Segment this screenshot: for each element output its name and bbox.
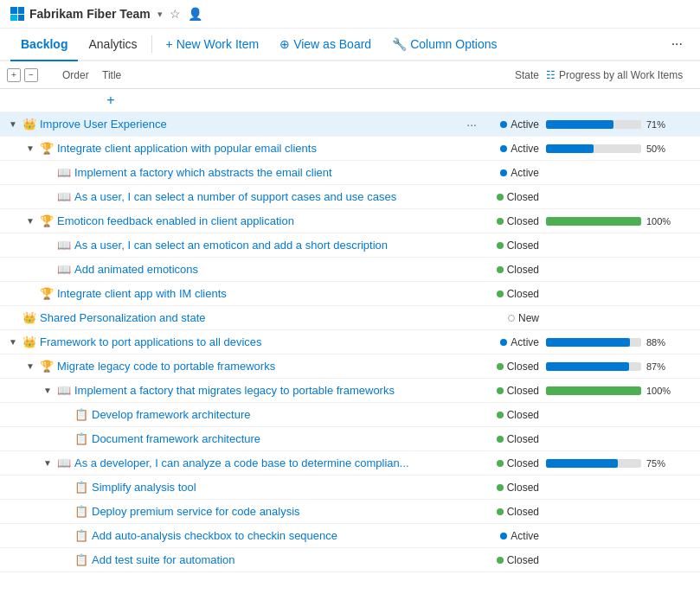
row-left: ▶ 📖 As a user, I can select an emoticon …	[7, 239, 477, 252]
row-left: ▶ 📋 Add test suite for automation	[7, 553, 477, 566]
row-more-options[interactable]: ···	[466, 118, 477, 131]
col-title-header: Title	[102, 69, 477, 81]
favorite-star-icon[interactable]: ☆	[170, 7, 181, 21]
row-title[interactable]: Add auto-analysis checkbox to checkin se…	[92, 529, 477, 542]
work-items-list: ▼ 👑 Improve User Experience ··· Active 7…	[0, 112, 700, 572]
row-title[interactable]: Deploy premium service for code analysis	[92, 505, 477, 518]
progress-bar-fill	[546, 386, 641, 395]
row-title[interactable]: Shared Personalization and state	[40, 311, 477, 324]
state-label: Closed	[507, 215, 539, 227]
collapse-all-button[interactable]: −	[24, 68, 38, 82]
row-state: Active	[477, 530, 546, 542]
row-expand-icon[interactable]: ▼	[42, 458, 54, 468]
row-progress: 100%	[546, 386, 693, 396]
row-left: ▶ 📋 Simplify analysis tool	[7, 481, 477, 494]
row-left: ▼ 📖 As a developer, I can analyze a code…	[7, 456, 477, 469]
row-title[interactable]: As a developer, I can analyze a code bas…	[74, 456, 477, 469]
nav-backlog[interactable]: Backlog	[10, 29, 78, 61]
table-row: ▼ 🏆 Migrate legacy code to portable fram…	[0, 354, 700, 379]
row-type-icon: 📋	[74, 529, 88, 542]
progress-header-icon: ☷	[546, 69, 556, 81]
row-expand-icon[interactable]: ▼	[24, 361, 36, 371]
column-options-button[interactable]: 🔧 Column Options	[382, 30, 507, 58]
row-title[interactable]: Integrate client app with IM clients	[57, 287, 477, 300]
row-title[interactable]: Improve User Experience	[40, 118, 459, 131]
state-dot-icon	[497, 436, 504, 443]
row-title[interactable]: Emoticon feedback enabled in client appl…	[57, 214, 477, 227]
state-label: Closed	[507, 457, 539, 469]
row-state: Closed	[477, 215, 546, 227]
more-options-button[interactable]: ···	[665, 29, 690, 59]
progress-bar-track	[546, 144, 641, 153]
state-dot-icon	[500, 533, 507, 539]
row-state: Closed	[477, 554, 546, 566]
row-type-icon: 👑	[22, 118, 36, 131]
state-dot-icon	[500, 339, 507, 346]
row-expand-icon[interactable]: ▼	[24, 216, 36, 226]
row-expand-icon[interactable]: ▼	[42, 386, 54, 395]
row-state: Closed	[477, 506, 546, 518]
row-left: ▼ 🏆 Emoticon feedback enabled in client …	[7, 214, 477, 227]
row-title[interactable]: Develop framework architecture	[92, 408, 477, 421]
state-label: Closed	[507, 264, 539, 276]
state-dot-icon	[497, 508, 504, 515]
row-title[interactable]: As a user, I can select an emoticon and …	[74, 239, 477, 252]
new-work-item-button[interactable]: + New Work Item	[156, 30, 270, 58]
state-label: Closed	[507, 506, 539, 518]
state-dot-icon	[497, 484, 504, 491]
state-label: Active	[511, 118, 539, 131]
state-dot-icon	[497, 266, 504, 273]
progress-bar-track	[546, 386, 641, 395]
table-row: ▶ 📋 Simplify analysis tool Closed	[0, 476, 700, 500]
progress-bar-track	[546, 217, 641, 226]
row-expand-icon[interactable]: ▼	[7, 119, 19, 129]
row-left: ▼ 📖 Implement a factory that migrates le…	[7, 384, 477, 397]
state-dot-icon	[497, 194, 504, 201]
row-title[interactable]: Add animated emoticons	[74, 263, 477, 276]
row-title[interactable]: As a user, I can select a number of supp…	[74, 190, 477, 203]
row-title[interactable]: Migrate legacy code to portable framewor…	[57, 360, 477, 373]
team-chevron-icon[interactable]: ▾	[157, 9, 163, 20]
row-type-icon: 👑	[22, 311, 36, 324]
row-title[interactable]: Add test suite for automation	[92, 553, 477, 566]
table-row: ▶ 👑 Shared Personalization and state New	[0, 306, 700, 330]
view-as-board-button[interactable]: ⊕ View as Board	[269, 30, 382, 58]
row-title[interactable]: Framework to port applications to all de…	[40, 335, 477, 348]
row-title[interactable]: Document framework architecture	[92, 432, 477, 445]
person-icon[interactable]: 👤	[188, 7, 202, 21]
row-progress: 88%	[546, 337, 693, 348]
nav-analytics[interactable]: Analytics	[78, 29, 147, 60]
row-progress: 87%	[546, 361, 693, 372]
row-type-icon: 📖	[57, 166, 71, 179]
row-expand-icon[interactable]: ▼	[24, 144, 36, 153]
table-row: ▼ 📖 Implement a factory that migrates le…	[0, 379, 700, 403]
row-type-icon: 📖	[57, 384, 71, 397]
row-title[interactable]: Implement a factory which abstracts the …	[74, 166, 477, 179]
expand-all-button[interactable]: +	[7, 68, 21, 82]
state-dot-icon	[508, 315, 515, 322]
state-dot-icon	[497, 218, 504, 225]
add-item-button[interactable]: +	[102, 93, 119, 108]
row-state: Closed	[477, 409, 546, 421]
row-left: ▶ 📖 Add animated emoticons	[7, 263, 477, 276]
row-title[interactable]: Implement a factory that migrates legacy…	[74, 384, 477, 397]
row-type-icon: 🏆	[40, 360, 54, 373]
row-state: Closed	[477, 239, 546, 252]
table-row: ▼ 🏆 Integrate client application with po…	[0, 137, 700, 161]
state-label: Closed	[507, 239, 539, 252]
state-label: New	[518, 312, 539, 324]
row-type-icon: 🏆	[40, 287, 54, 300]
state-dot-icon	[497, 290, 504, 297]
progress-bar-track	[546, 338, 641, 347]
row-type-icon: 🏆	[40, 142, 54, 155]
row-type-icon: 📖	[57, 190, 71, 203]
row-title[interactable]: Simplify analysis tool	[92, 481, 477, 494]
row-state: Active	[477, 336, 546, 348]
team-name: Fabrikam Fiber Team	[29, 7, 151, 21]
state-label: Closed	[507, 409, 539, 421]
progress-percent: 75%	[646, 458, 674, 469]
row-expand-icon[interactable]: ▼	[7, 337, 19, 347]
state-label: Closed	[507, 385, 539, 397]
row-left: ▶ 🏆 Integrate client app with IM clients	[7, 287, 477, 300]
row-title[interactable]: Integrate client application with popula…	[57, 142, 477, 155]
